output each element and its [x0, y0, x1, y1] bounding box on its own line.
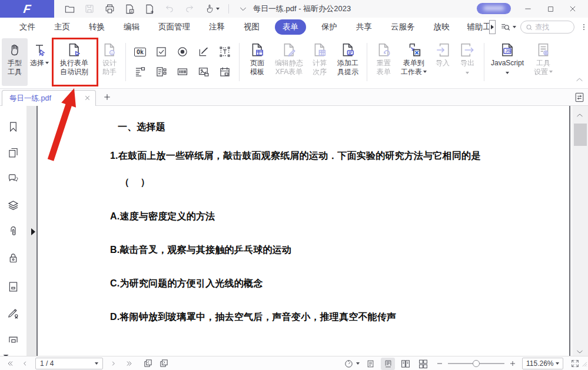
menu-item-file[interactable]: 文件 — [19, 22, 35, 32]
date-field-button[interactable] — [217, 64, 233, 80]
page-export-icon[interactable] — [124, 3, 135, 15]
tab-add-icon[interactable] — [103, 93, 111, 104]
doc-option-c: C.为研究问题的方便引入光线的概念 — [110, 278, 263, 290]
facing-view-icon[interactable] — [398, 358, 413, 370]
list-box-field-button[interactable] — [153, 64, 170, 80]
menu-item-protect[interactable]: 保护 — [321, 22, 337, 32]
tab-arrange-icon[interactable] — [574, 92, 585, 105]
combo-box-icon — [134, 66, 146, 78]
fullscreen-icon[interactable] — [570, 357, 580, 370]
continuous-view-icon[interactable] — [381, 358, 395, 370]
image-field-button[interactable] — [195, 64, 212, 80]
svg-text:JS: JS — [506, 49, 511, 53]
scrollbar-down-icon[interactable] — [576, 346, 583, 356]
document-tab[interactable]: 每日一练.pdf — [2, 90, 96, 106]
attachments-panel-icon[interactable] — [7, 225, 19, 238]
ribbon-mode-chevron-icon[interactable] — [237, 3, 249, 15]
pages-panel-icon[interactable] — [7, 146, 19, 159]
close-button[interactable] — [563, 0, 583, 18]
signature-field-button[interactable] — [195, 44, 212, 60]
open-file-icon[interactable] — [64, 3, 75, 15]
barcode-icon — [177, 66, 188, 78]
menu-item-form-active[interactable]: 表单 — [275, 19, 306, 35]
ribbon-collapse-icon[interactable] — [576, 74, 583, 85]
hand-pointer-icon[interactable] — [204, 3, 220, 15]
zoom-slider-track[interactable] — [448, 363, 504, 364]
hand-tool-button[interactable]: 手型 工具 — [2, 38, 28, 86]
doc-question: 1.在鼓面上放一些碎纸屑，敲击鼓面观察纸屑的运动．下面实验的研究方法与它相同的是 — [110, 150, 480, 162]
menu-item-cloud-services[interactable]: 云服务 — [391, 22, 415, 32]
window-resize-grip[interactable] — [579, 359, 587, 369]
search-box[interactable] — [520, 21, 574, 34]
select-button[interactable]: 选择 — [28, 38, 51, 86]
list-box-icon — [155, 66, 167, 78]
javascript-button[interactable]: JS JavaScript — [488, 38, 527, 86]
menu-item-slideshow[interactable]: 放映 — [434, 22, 450, 32]
combo-box-field-button[interactable] — [132, 64, 148, 80]
tab-close-icon[interactable] — [84, 93, 91, 104]
redo-icon — [184, 3, 195, 15]
vertical-scrollbar[interactable] — [570, 106, 588, 356]
new-page-icon[interactable] — [144, 3, 155, 15]
page-template-button[interactable]: 页面 模板 — [243, 38, 271, 86]
layers-panel-icon[interactable] — [7, 199, 19, 211]
bookmarks-panel-icon[interactable] — [7, 121, 19, 133]
menu-item-home[interactable]: 主页 — [54, 22, 70, 32]
push-button-field-button[interactable]: Ok — [132, 44, 148, 60]
print-icon[interactable] — [104, 3, 115, 15]
zoom-slider — [436, 357, 516, 370]
menu-item-accessibility[interactable]: 辅助工具 — [467, 22, 490, 32]
zoom-value-box[interactable]: 115.26% — [522, 358, 563, 369]
account-pill[interactable] — [477, 3, 511, 14]
tool-settings-icon — [536, 41, 551, 59]
form-to-sheet-button[interactable]: 表单到 工作表 — [397, 38, 431, 86]
text-field-button[interactable] — [217, 44, 233, 60]
run-form-recognition-button[interactable]: 执行表单 自动识别 — [51, 38, 97, 86]
doc-option-d: D.将闹钟放到玻璃罩中，抽去空气后，声音变小，推理真空不能传声 — [110, 311, 396, 324]
last-page-icon[interactable] — [125, 357, 134, 370]
rotate-view-icon[interactable] — [344, 357, 360, 370]
add-tooltip-button[interactable]: 添加工 具提示 — [333, 38, 363, 86]
security-panel-icon[interactable] — [7, 252, 19, 264]
reset-form-button: 重置 表单 — [371, 38, 397, 86]
signatures-panel-icon[interactable] — [7, 307, 19, 319]
foxit-logo[interactable]: F — [0, 0, 54, 18]
page-template-icon — [250, 41, 265, 59]
form-panel-icon[interactable] — [7, 334, 19, 346]
pdf-page: 一、选择题 1.在鼓面上放一些碎纸屑，敲击鼓面观察纸屑的运动．下面实验的研究方法… — [38, 106, 569, 356]
radio-button-field-button[interactable] — [174, 44, 191, 60]
zoom-in-icon[interactable] — [509, 357, 516, 370]
menu-overflow-right-icon[interactable] — [489, 20, 496, 34]
maximize-button[interactable] — [540, 0, 560, 18]
zoom-out-icon[interactable] — [436, 357, 443, 370]
window-title: 每日一练.pdf - 福昕办公2023 — [253, 0, 351, 18]
comments-panel-icon[interactable] — [7, 172, 19, 185]
scrollbar-thumb[interactable] — [574, 124, 587, 146]
zoom-slider-thumb[interactable] — [473, 360, 480, 367]
menu-item-view[interactable]: 视图 — [244, 22, 260, 32]
single-page-view-icon[interactable] — [363, 358, 377, 370]
search-input[interactable] — [535, 23, 569, 31]
fields-panel-icon[interactable] — [7, 281, 19, 293]
navigation-panel-strip — [0, 106, 26, 356]
scrollbar-up-icon[interactable] — [576, 109, 583, 120]
minimize-button[interactable] — [518, 0, 538, 18]
previous-view-icon[interactable] — [143, 357, 153, 370]
add-tooltip-icon — [340, 41, 356, 59]
menu-item-comment[interactable]: 注释 — [209, 22, 225, 32]
search-mode-icon[interactable] — [500, 22, 516, 32]
facing-continuous-view-icon[interactable] — [416, 358, 430, 370]
checkbox-field-button[interactable] — [153, 44, 170, 60]
next-page-icon[interactable] — [110, 357, 117, 370]
status-bar: 1 / 4 115.26% — [0, 356, 588, 370]
next-view-icon — [159, 357, 169, 370]
menu-item-page-management[interactable]: 页面管理 — [158, 22, 190, 32]
quick-access-toolbar — [64, 3, 249, 15]
menu-item-share[interactable]: 共享 — [356, 22, 372, 32]
page-number-box[interactable]: 1 / 4 — [35, 358, 103, 369]
menu-item-edit[interactable]: 编辑 — [124, 22, 139, 32]
barcode-field-button[interactable] — [174, 64, 191, 80]
menu-kebab-icon[interactable] — [580, 22, 588, 32]
menu-item-convert[interactable]: 转换 — [89, 22, 105, 32]
doc-option-a: A.速度与密度定义的方法 — [110, 211, 215, 223]
